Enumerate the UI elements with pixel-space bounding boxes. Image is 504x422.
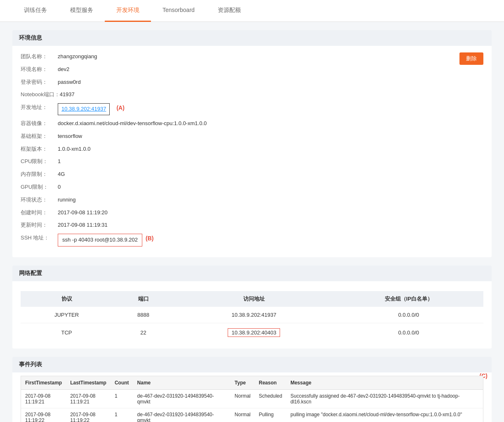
col-type: Type [231, 376, 255, 390]
event-cell: Scheduled [254, 389, 286, 408]
tabs-bar: 训练任务 模型服务 开发环境 Tensorboard 资源配额 [0, 0, 504, 22]
network-header: 网络配置 [12, 266, 492, 281]
tcp-security: 0.0.0.0/0 [334, 323, 483, 342]
memory-limit-value: 4G [58, 170, 65, 179]
dev-address-row: 开发地址： 10.38.9.202:41937 (A) [21, 103, 483, 115]
created-time-value: 2017-09-08 11:19:20 [58, 209, 108, 217]
container-image-label: 容器镜像： [21, 119, 58, 128]
ssh-address-label: SSH 地址： [21, 234, 58, 247]
framework-version-value: 1.0.0-xm1.0.0 [58, 145, 91, 154]
gpu-limit-label: GPU限制： [21, 183, 58, 192]
team-name-row: 团队名称： zhangzongqiang [21, 52, 483, 61]
env-status-value: running [58, 196, 75, 204]
team-name-label: 团队名称： [21, 52, 58, 61]
delete-button[interactable]: 删除 [459, 52, 483, 65]
col-protocol: 协议 [21, 291, 113, 307]
notebook-port-row: Notebook端口： 41937 [21, 90, 483, 99]
event-cell: 2017-09-08 11:19:21 [66, 389, 111, 408]
updated-time-row: 更新时间： 2017-09-08 11:19:31 [21, 221, 483, 230]
jupyter-protocol: JUPYTER [21, 307, 113, 323]
event-cell: Normal [231, 408, 255, 422]
event-cell: Successfully assigned de-467-dev2-031920… [286, 389, 483, 408]
framework-label: 基础框架： [21, 132, 58, 141]
tab-resource[interactable]: 资源配额 [206, 0, 252, 22]
table-row: TCP 22 10.38.9.202:40403 0.0.0.0/0 [21, 323, 483, 342]
created-time-row: 创建时间： 2017-09-08 11:19:20 [21, 209, 483, 217]
network-section: 网络配置 协议 端口 访问地址 安全组（IP白名单） JUPYTER [12, 266, 492, 349]
annotation-a: (A) [116, 103, 124, 115]
cpu-limit-row: CPU限制： 1 [21, 157, 483, 166]
updated-time-label: 更新时间： [21, 221, 58, 230]
notebook-port-value: 41937 [60, 90, 75, 99]
memory-limit-row: 内存限制： 4G [21, 170, 483, 179]
password-label: 登录密码： [21, 78, 58, 87]
col-first-ts: FirstTimestamp [21, 376, 66, 390]
env-name-value: dev2 [58, 65, 69, 74]
tab-train[interactable]: 训练任务 [12, 0, 59, 22]
dev-address-label: 开发地址： [21, 103, 58, 115]
env-status-row: 环境状态： running [21, 196, 483, 204]
table-row: 2017-09-08 11:19:212017-09-08 11:19:211d… [21, 389, 483, 408]
tab-dev[interactable]: 开发环境 [105, 0, 151, 22]
gpu-limit-value: 0 [58, 183, 61, 192]
env-info-section: 环境信息 删除 团队名称： zhangzongqiang 环境名称： dev2 … [12, 30, 492, 257]
col-message: Message [286, 376, 483, 390]
event-cell: 2017-09-08 11:19:21 [21, 389, 66, 408]
framework-version-row: 框架版本： 1.0.0-xm1.0.0 [21, 145, 483, 154]
created-time-label: 创建时间： [21, 209, 58, 217]
events-table-wrapper[interactable]: FirstTimestamp LastTimestamp Count Name … [21, 376, 483, 422]
events-header: 事件列表 [12, 357, 492, 372]
ssh-address-box: ssh -p 40403 root@10.38.9.202 [58, 234, 142, 247]
env-name-row: 环境名称： dev2 [21, 65, 483, 74]
col-name: Name [133, 376, 231, 390]
annotation-b: (B) [146, 234, 153, 247]
tcp-address: 10.38.9.202:40403 [174, 323, 334, 342]
network-body: 协议 端口 访问地址 安全组（IP白名单） JUPYTER 8888 10.38… [12, 281, 492, 349]
table-row: 2017-09-08 11:19:222017-09-08 11:19:221d… [21, 408, 483, 422]
tcp-address-box: 10.38.9.202:40403 [228, 328, 280, 337]
container-image-row: 容器镜像： docker.d.xiaomi.net/cloud-ml/dev-t… [21, 119, 483, 128]
col-last-ts: LastTimestamp [66, 376, 111, 390]
col-reason: Reason [254, 376, 286, 390]
event-cell: 1 [111, 389, 133, 408]
event-cell: pulling image "docker.d.xiaomi.net/cloud… [286, 408, 483, 422]
jupyter-port: 8888 [113, 307, 174, 323]
events-section: 事件列表 (C) FirstTimestamp LastTimestamp Co… [12, 357, 492, 422]
event-cell: 2017-09-08 11:19:22 [21, 408, 66, 422]
cpu-limit-value: 1 [58, 157, 61, 166]
tab-tensorboard[interactable]: Tensorboard [151, 0, 206, 22]
tcp-protocol: TCP [21, 323, 113, 342]
col-security: 安全组（IP白名单） [334, 291, 483, 307]
col-count: Count [111, 376, 133, 390]
event-cell: de-467-dev2-031920-1494839540-qmvkt [133, 389, 231, 408]
password-value: passw0rd [58, 78, 81, 87]
gpu-limit-row: GPU限制： 0 [21, 183, 483, 192]
env-info-body: 删除 团队名称： zhangzongqiang 环境名称： dev2 登录密码：… [12, 46, 492, 257]
event-cell: Pulling [254, 408, 286, 422]
event-cell: 2017-09-08 11:19:22 [66, 408, 111, 422]
dev-address-box: 10.38.9.202:41937 [58, 103, 110, 115]
network-table: 协议 端口 访问地址 安全组（IP白名单） JUPYTER 8888 10.38… [21, 291, 483, 342]
event-cell: Normal [231, 389, 255, 408]
dev-address-link[interactable]: 10.38.9.202:41937 [61, 106, 106, 112]
framework-row: 基础框架： tensorflow [21, 132, 483, 141]
ssh-address-row: SSH 地址： ssh -p 40403 root@10.38.9.202 (B… [21, 234, 483, 247]
notebook-port-label: Notebook端口： [21, 90, 60, 99]
cpu-limit-label: CPU限制： [21, 157, 58, 166]
jupyter-address: 10.38.9.202:41937 [174, 307, 334, 323]
framework-version-label: 框架版本： [21, 145, 58, 154]
env-status-label: 环境状态： [21, 196, 58, 204]
env-info-header: 环境信息 [12, 30, 492, 46]
container-image-value: docker.d.xiaomi.net/cloud-ml/dev-tensorf… [58, 119, 207, 128]
main-content: 环境信息 删除 团队名称： zhangzongqiang 环境名称： dev2 … [0, 22, 504, 422]
jupyter-security: 0.0.0.0/0 [334, 307, 483, 323]
table-row: JUPYTER 8888 10.38.9.202:41937 0.0.0.0/0 [21, 307, 483, 323]
events-body: (C) FirstTimestamp LastTimestamp Count N… [12, 372, 492, 422]
team-name-value: zhangzongqiang [58, 52, 97, 61]
framework-value: tensorflow [58, 132, 82, 141]
event-cell: 1 [111, 408, 133, 422]
tab-model[interactable]: 模型服务 [59, 0, 105, 22]
col-port: 端口 [113, 291, 174, 307]
col-address: 访问地址 [174, 291, 334, 307]
password-row: 登录密码： passw0rd [21, 78, 483, 87]
